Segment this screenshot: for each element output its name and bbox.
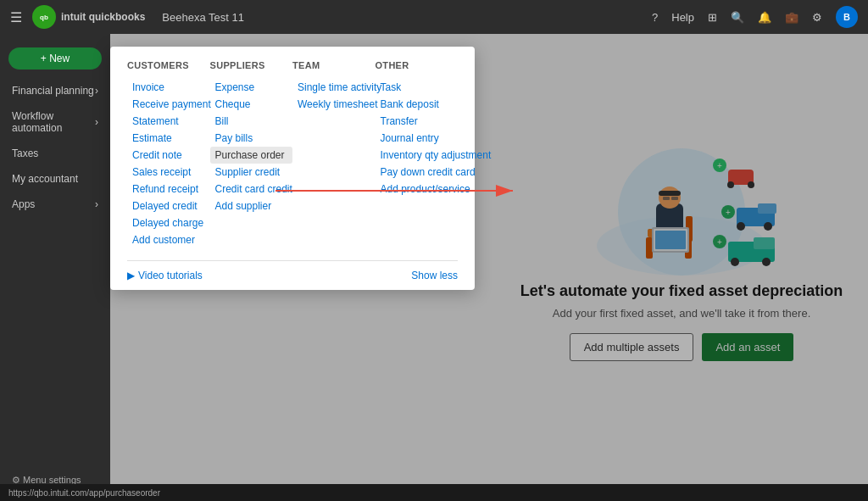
- menu-item-add-customer[interactable]: Add customer: [127, 231, 210, 248]
- suppliers-header: SUPPLIERS: [210, 60, 293, 70]
- app-name: intuit quickbooks: [61, 11, 145, 23]
- menu-item-purchase-order[interactable]: Purchase order: [210, 147, 293, 164]
- menu-item-estimate[interactable]: Estimate: [127, 130, 210, 147]
- team-column: TEAM Single time activity Weekly timeshe…: [292, 60, 376, 248]
- menu-item-pay-bills[interactable]: Pay bills: [210, 130, 293, 147]
- app-logo: qb intuit quickbooks: [32, 5, 145, 29]
- menu-item-delayed-charge[interactable]: Delayed charge: [127, 214, 210, 231]
- menu-item-credit-note[interactable]: Credit note: [127, 147, 210, 164]
- grid-icon[interactable]: ⊞: [708, 11, 717, 24]
- bag-icon[interactable]: 💼: [785, 11, 798, 24]
- menu-item-add-supplier[interactable]: Add supplier: [210, 198, 293, 214]
- chevron-right-icon: ›: [95, 198, 98, 210]
- menu-item-delayed-credit[interactable]: Delayed credit: [127, 198, 210, 214]
- sidebar: + New Financial planning › Workflow auto…: [0, 34, 110, 501]
- menu-item-transfer[interactable]: Transfer: [376, 113, 459, 130]
- team-header: TEAM: [292, 60, 376, 70]
- menu-item-receive-payment[interactable]: Receive payment: [127, 96, 210, 113]
- menu-item-journal-entry[interactable]: Journal entry: [376, 130, 459, 147]
- menu-item-credit-card-credit[interactable]: Credit card credit: [210, 181, 293, 198]
- menu-item-single-time-activity[interactable]: Single time activity: [292, 79, 376, 96]
- play-icon: ▶: [127, 270, 135, 281]
- help-icon[interactable]: ?: [652, 11, 658, 24]
- menu-item-task[interactable]: Task: [376, 79, 459, 96]
- navbar: ☰ qb intuit quickbooks Beehexa Test 11 ?…: [0, 0, 868, 34]
- user-avatar[interactable]: B: [836, 6, 858, 28]
- customers-column: CUSTOMERS Invoice Receive payment Statem…: [127, 60, 210, 248]
- status-url: https://qbo.intuit.com/app/purchaseorder: [8, 488, 160, 498]
- logo-icon: qb: [32, 5, 56, 29]
- video-tutorials-link[interactable]: ▶ Video tutorials: [127, 270, 203, 281]
- navbar-right: ? Help ⊞ 🔍 🔔 💼 ⚙ B: [652, 6, 858, 28]
- new-button[interactable]: + New: [8, 47, 102, 70]
- svg-text:qb: qb: [40, 14, 48, 21]
- window-title: Beehexa Test 11: [162, 11, 244, 24]
- suppliers-column: SUPPLIERS Expense Cheque Bill Pay bills …: [210, 60, 293, 248]
- sidebar-item-my-accountant[interactable]: My accountant: [0, 166, 110, 192]
- sidebar-item-apps[interactable]: Apps ›: [0, 192, 110, 217]
- bell-icon[interactable]: 🔔: [758, 11, 771, 24]
- gear-icon[interactable]: ⚙: [812, 11, 822, 24]
- menu-item-statement[interactable]: Statement: [127, 113, 210, 130]
- dropdown-footer: ▶ Video tutorials Show less: [127, 260, 458, 281]
- menu-item-refund-receipt[interactable]: Refund receipt: [127, 181, 210, 198]
- sidebar-item-workflow-automation[interactable]: Workflow automation ›: [0, 103, 110, 141]
- chevron-right-icon: ›: [95, 116, 98, 128]
- dropdown-columns: CUSTOMERS Invoice Receive payment Statem…: [127, 60, 458, 248]
- other-column: OTHER Task Bank deposit Transfer Journal…: [376, 60, 459, 248]
- menu-item-invoice[interactable]: Invoice: [127, 79, 210, 96]
- search-icon[interactable]: 🔍: [731, 11, 744, 24]
- show-less-button[interactable]: Show less: [411, 270, 458, 281]
- menu-item-weekly-timesheet[interactable]: Weekly timesheet: [292, 96, 376, 113]
- status-bar: https://qbo.intuit.com/app/purchaseorder: [0, 484, 868, 501]
- customers-header: CUSTOMERS: [127, 60, 210, 70]
- menu-item-bank-deposit[interactable]: Bank deposit: [376, 96, 459, 113]
- hamburger-icon[interactable]: ☰: [10, 9, 22, 25]
- help-label[interactable]: Help: [671, 11, 694, 24]
- menu-item-add-product-service[interactable]: Add product/service: [376, 181, 459, 198]
- menu-item-inventory-qty-adjustment[interactable]: Inventory qty adjustment: [376, 147, 459, 164]
- menu-item-cheque[interactable]: Cheque: [210, 96, 293, 113]
- sidebar-item-financial-planning[interactable]: Financial planning ›: [0, 78, 110, 103]
- sidebar-item-taxes[interactable]: Taxes: [0, 141, 110, 166]
- chevron-right-icon: ›: [95, 85, 98, 97]
- other-header: OTHER: [376, 60, 459, 70]
- dropdown-panel: CUSTOMERS Invoice Receive payment Statem…: [110, 47, 475, 290]
- menu-item-sales-receipt[interactable]: Sales receipt: [127, 164, 210, 181]
- menu-item-supplier-credit[interactable]: Supplier credit: [210, 164, 293, 181]
- menu-item-pay-down-credit-card[interactable]: Pay down credit card: [376, 164, 459, 181]
- menu-item-bill[interactable]: Bill: [210, 113, 293, 130]
- menu-item-expense[interactable]: Expense: [210, 79, 293, 96]
